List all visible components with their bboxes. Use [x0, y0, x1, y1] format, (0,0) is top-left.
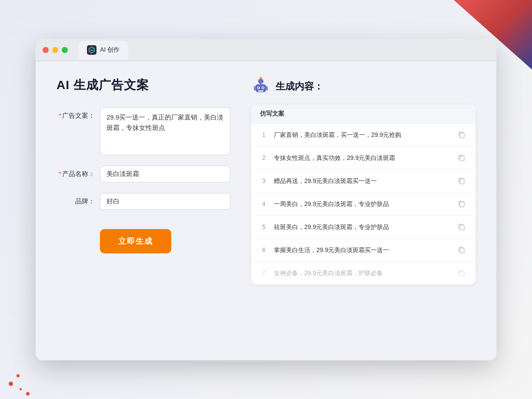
- result-text: 一周美白，29.9元美白淡斑霜，专业护肤品: [274, 200, 450, 209]
- svg-rect-16: [460, 179, 464, 184]
- svg-rect-10: [258, 90, 263, 92]
- svg-rect-14: [460, 133, 464, 138]
- svg-rect-19: [460, 248, 464, 253]
- result-number: 3: [260, 177, 268, 184]
- browser-content: AI 生成广告文案 *广告文案： *产品名称： 品牌： 立: [36, 61, 496, 360]
- robot-icon: [251, 77, 270, 96]
- brand-input[interactable]: [100, 193, 230, 210]
- copy-icon[interactable]: [456, 153, 467, 163]
- svg-point-9: [263, 87, 264, 89]
- close-button[interactable]: [43, 47, 49, 53]
- result-text: 祛斑美白，29.9元美白淡斑霜，专业护肤品: [274, 223, 450, 232]
- ad-copy-required: *: [59, 112, 61, 119]
- tab-area: AI AI 创作: [78, 41, 128, 59]
- result-row: 5祛斑美白，29.9元美白淡斑霜，专业护肤品: [251, 216, 475, 239]
- brand-label: 品牌：: [57, 193, 95, 206]
- bg-decoration-bl: [0, 364, 52, 399]
- product-name-group: *产品名称：: [57, 166, 230, 183]
- result-text: 专抹女性斑点，真实功效，29.9元美白淡斑霜: [274, 153, 450, 163]
- results-list: 1厂家直销，美白淡斑霜，买一送一，29.9元抢购 2专抹女性斑点，真实功效，29…: [251, 123, 475, 284]
- product-name-input[interactable]: [100, 166, 230, 183]
- copy-icon[interactable]: [456, 222, 467, 232]
- browser-window: AI AI 创作 AI 生成广告文案 *广告文案： *产品名称：: [36, 39, 496, 360]
- svg-rect-5: [266, 86, 268, 90]
- ad-copy-input[interactable]: [100, 107, 230, 155]
- svg-rect-4: [254, 86, 256, 90]
- maximize-button[interactable]: [62, 47, 68, 53]
- svg-rect-18: [460, 225, 464, 230]
- result-row: 3赠品再送，29.9元美白淡斑霜买一送一: [251, 170, 475, 193]
- browser-titlebar: AI AI 创作: [36, 39, 496, 61]
- result-header: 生成内容：: [251, 77, 475, 96]
- result-text: 厂家直销，美白淡斑霜，买一送一，29.9元抢购: [274, 130, 450, 140]
- result-number: 6: [260, 246, 268, 253]
- result-table-header: 仿写文案: [251, 105, 475, 123]
- product-name-label: *产品名称：: [57, 166, 95, 178]
- svg-point-13: [260, 77, 262, 80]
- copy-icon[interactable]: [456, 268, 467, 278]
- minimize-button[interactable]: [52, 47, 58, 53]
- svg-rect-17: [460, 202, 464, 207]
- copy-icon[interactable]: [456, 245, 467, 255]
- result-title: 生成内容：: [276, 80, 323, 93]
- svg-rect-15: [460, 156, 464, 161]
- page-title: AI 生成广告文案: [57, 77, 230, 93]
- copy-icon[interactable]: [456, 199, 467, 209]
- result-row: 7女神必备，29.9元美白淡斑霜，护肤必备: [251, 262, 475, 284]
- ai-tab-icon: AI: [87, 45, 96, 55]
- result-text: 掌握美白生活，29.9元美白淡斑霜买一送一: [274, 246, 450, 255]
- tab-ai-creation[interactable]: AI AI 创作: [78, 41, 128, 59]
- copy-icon[interactable]: [456, 130, 467, 140]
- result-text: 女神必备，29.9元美白淡斑霜，护肤必备: [274, 269, 450, 278]
- result-number: 4: [260, 200, 268, 207]
- result-number: 7: [260, 269, 268, 276]
- result-number: 1: [260, 131, 268, 138]
- generate-button[interactable]: 立即生成: [100, 229, 171, 253]
- result-number: 5: [260, 223, 268, 230]
- product-name-required: *: [59, 170, 61, 177]
- result-row: 4一周美白，29.9元美白淡斑霜，专业护肤品: [251, 193, 475, 216]
- left-panel: AI 生成广告文案 *广告文案： *产品名称： 品牌： 立: [57, 77, 230, 345]
- tab-label: AI 创作: [100, 46, 120, 54]
- svg-point-8: [258, 87, 259, 89]
- result-row: 6掌握美白生活，29.9元美白淡斑霜买一送一: [251, 239, 475, 262]
- traffic-lights: [43, 47, 68, 53]
- result-row: 2专抹女性斑点，真实功效，29.9元美白淡斑霜: [251, 146, 475, 170]
- ad-copy-label: *广告文案：: [57, 107, 95, 120]
- svg-text:AI: AI: [90, 49, 93, 52]
- brand-group: 品牌：: [57, 193, 230, 210]
- svg-rect-20: [460, 271, 464, 276]
- ad-copy-group: *广告文案：: [57, 107, 230, 155]
- right-panel: 生成内容： 仿写文案 1厂家直销，美白淡斑霜，买一送一，29.9元抢购 2专抹女…: [251, 77, 475, 345]
- result-number: 2: [260, 154, 268, 161]
- copy-icon[interactable]: [456, 176, 467, 186]
- result-table: 仿写文案 1厂家直销，美白淡斑霜，买一送一，29.9元抢购 2专抹女性斑点，真实…: [251, 105, 475, 284]
- result-text: 赠品再送，29.9元美白淡斑霜买一送一: [274, 176, 450, 186]
- result-row: 1厂家直销，美白淡斑霜，买一送一，29.9元抢购: [251, 123, 475, 146]
